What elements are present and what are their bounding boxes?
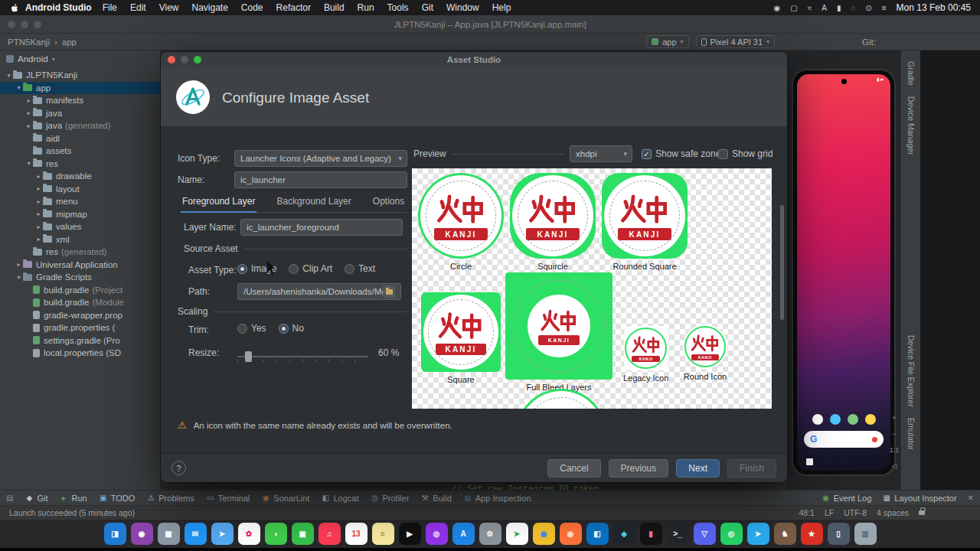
project-tree-item[interactable]: settings.gradle (Pro xyxy=(0,334,160,347)
tool-window-button[interactable]: ▦ Layout Inspector xyxy=(882,494,956,503)
finish-button[interactable]: Finish xyxy=(727,459,776,478)
emulator-zoom-control[interactable]: − xyxy=(892,430,896,438)
density-dropdown[interactable]: xhdpi xyxy=(570,145,632,162)
dock-icon[interactable]: ⚙ xyxy=(479,523,501,545)
dock-icon[interactable]: ▶ xyxy=(399,523,421,545)
menu-item[interactable]: Help xyxy=(492,2,511,13)
tree-expand-arrow-icon[interactable]: ▸ xyxy=(24,97,33,104)
project-tree-item[interactable]: assets xyxy=(0,145,160,158)
lock-icon[interactable] xyxy=(919,510,925,515)
tree-expand-arrow-icon[interactable]: ▾ xyxy=(15,84,23,91)
tree-expand-arrow-icon[interactable]: ▸ xyxy=(24,122,33,129)
dock-icon[interactable]: ▽ xyxy=(694,523,716,545)
emulator-zoom-control[interactable]: ◁ xyxy=(892,462,897,470)
tree-expand-arrow-icon[interactable]: ▸ xyxy=(34,185,43,192)
project-tree-item[interactable]: res (generated) xyxy=(0,246,160,259)
file-encoding[interactable]: UTF-8 xyxy=(844,508,867,517)
dialog-tab[interactable]: Options xyxy=(371,194,406,212)
dock-icon[interactable]: 13 xyxy=(345,523,368,545)
project-tree-item[interactable]: ▸ Universal Application xyxy=(0,259,160,272)
emulator-zoom-control[interactable]: 1:1 xyxy=(890,446,900,454)
phone-app-icon[interactable] xyxy=(865,414,876,425)
project-tree-item[interactable]: ▾ app xyxy=(0,82,160,95)
dock-icon[interactable]: ▦ xyxy=(158,523,180,545)
tool-window-button[interactable]: ⚒ Build xyxy=(420,494,451,503)
tool-window-button[interactable]: ◆ Git xyxy=(24,494,47,503)
minimize-button[interactable] xyxy=(181,56,188,64)
project-tree-item[interactable]: ▸ manifests xyxy=(0,94,160,107)
run-config-chip[interactable]: app ▾ xyxy=(646,35,688,48)
tool-stripe-toggle-icon[interactable]: ▤ xyxy=(6,494,13,502)
tree-expand-arrow-icon[interactable]: ▾ xyxy=(15,274,23,281)
menu-item[interactable]: Code xyxy=(241,2,263,13)
menu-item[interactable]: Navigate xyxy=(191,2,227,13)
dock-icon[interactable]: ◉ xyxy=(560,523,582,545)
menu-item[interactable]: Build xyxy=(324,2,345,13)
dock-icon[interactable]: ◉ xyxy=(131,523,153,545)
project-tree-item[interactable]: ▸ menu xyxy=(0,195,160,208)
close-icon[interactable]: ✕ xyxy=(968,494,974,502)
zoom-button[interactable] xyxy=(194,56,201,64)
phone-app-icon[interactable] xyxy=(830,414,841,425)
dock-icon[interactable]: ♞ xyxy=(774,523,796,545)
previous-button[interactable]: Previous xyxy=(609,459,669,478)
radio-option[interactable]: Yes xyxy=(237,323,266,334)
tool-window-button[interactable]: ◉ Event Log xyxy=(822,494,872,503)
emulator-screen[interactable]: ▮▰ G xyxy=(797,74,890,471)
menu-item[interactable]: Edit xyxy=(130,2,146,13)
dock-icon[interactable]: ◎ xyxy=(426,523,448,545)
dock-icon[interactable]: ▮ xyxy=(640,523,662,545)
dock-icon[interactable]: ➤ xyxy=(506,523,528,545)
dialog-tab[interactable]: Background Layer xyxy=(275,194,352,212)
project-tree-item[interactable]: gradle-wrapper.prop xyxy=(0,309,160,322)
icon-type-dropdown[interactable]: Launcher Icons (Adaptive and Legacy) xyxy=(234,150,407,167)
tool-window-button[interactable]: ◷ Profiler xyxy=(370,494,409,503)
slider-thumb[interactable] xyxy=(245,351,252,362)
layer-name-input[interactable]: ic_launcher_foreground xyxy=(240,219,403,236)
dock-icon[interactable]: A xyxy=(452,523,475,545)
show-grid-checkbox[interactable]: Show grid xyxy=(718,148,773,159)
project-view-selector[interactable]: Android ▾ xyxy=(0,51,160,67)
browse-folder-button[interactable] xyxy=(383,285,395,298)
close-button[interactable] xyxy=(168,56,175,64)
dock-icon[interactable]: ◎ xyxy=(720,523,743,545)
menubar-status-icon[interactable]: ▮ xyxy=(837,4,841,12)
tree-expand-arrow-icon[interactable]: ▾ xyxy=(24,160,33,167)
device-chip[interactable]: Pixel 4 API 31 ▾ xyxy=(696,35,776,48)
tool-window-button[interactable]: ◧ Logcat xyxy=(321,494,358,503)
menubar-status-icon[interactable]: ◉ xyxy=(774,4,781,12)
path-input[interactable]: /Users/ashenishanka/Downloads/Moc xyxy=(237,283,401,300)
tool-window-tab[interactable]: Emulator xyxy=(906,418,916,450)
menubar-clock[interactable]: Mon 13 Feb 00:45 xyxy=(897,2,971,13)
dock-icon[interactable]: ★ xyxy=(801,523,823,545)
dock-icon[interactable]: ▯ xyxy=(828,523,850,545)
tool-window-tab[interactable]: Device Manager xyxy=(906,96,916,155)
menu-item[interactable]: View xyxy=(159,2,179,13)
dock-icon[interactable]: ◉ xyxy=(533,523,555,545)
tree-expand-arrow-icon[interactable]: ▸ xyxy=(34,210,43,217)
tree-expand-arrow-icon[interactable]: ▾ xyxy=(5,72,13,79)
radio-option[interactable]: Clip Art xyxy=(289,263,332,274)
tool-window-button[interactable]: ◎ App Inspection xyxy=(463,494,531,503)
project-tree-item[interactable]: ▸ drawable xyxy=(0,170,160,183)
dock-icon[interactable]: ◖ xyxy=(265,523,287,545)
project-tree-item[interactable]: ▸ mipmap xyxy=(0,208,160,221)
project-tree-item[interactable]: build.gradle (Project xyxy=(0,284,160,297)
dock-icon[interactable]: ♫ xyxy=(318,523,341,545)
dock-icon[interactable]: ✿ xyxy=(238,523,260,545)
tool-window-button[interactable]: ▸ Run xyxy=(60,494,87,503)
emulator-zoom-control[interactable]: + xyxy=(892,414,896,422)
screenshot-button[interactable] xyxy=(806,458,813,465)
resize-slider[interactable] xyxy=(237,350,368,363)
dock-icon[interactable]: ◨ xyxy=(104,523,126,545)
project-tree-item[interactable]: ▾ res xyxy=(0,158,160,171)
tool-window-button[interactable]: ⚠ Problems xyxy=(146,494,194,503)
tool-window-button[interactable]: ▭ Terminal xyxy=(206,494,250,503)
menubar-app-name[interactable]: Android Studio xyxy=(25,2,92,13)
dock-icon[interactable]: ◆ xyxy=(613,523,635,545)
help-button[interactable]: ? xyxy=(172,461,186,475)
menubar-status-icon[interactable]: A xyxy=(822,4,827,12)
menubar-status-icon[interactable]: ≡ xyxy=(882,4,887,12)
dock-icon[interactable]: ➤ xyxy=(211,523,234,545)
radio-option[interactable]: No xyxy=(279,323,304,334)
